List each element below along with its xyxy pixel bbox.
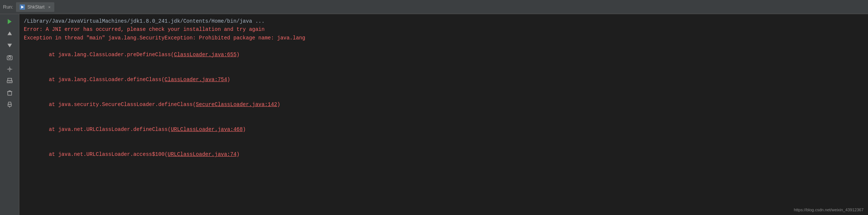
- stack-suffix: ): [277, 102, 280, 108]
- scroll-down-button[interactable]: [3, 40, 16, 51]
- svg-point-12: [11, 81, 12, 82]
- svg-rect-13: [7, 92, 12, 95]
- svg-marker-19: [8, 102, 11, 105]
- stack-link[interactable]: URLClassLoader.java:468: [171, 126, 243, 132]
- stack-link[interactable]: ClassLoader.java:754: [165, 77, 227, 83]
- tab-icon: [20, 4, 25, 10]
- svg-rect-8: [7, 78, 12, 81]
- console-line-stack2: at java.lang.ClassLoader.defineClass(Cla…: [24, 67, 864, 92]
- tab-title: ShkStart: [27, 4, 44, 10]
- stack-suffix: ): [236, 151, 239, 157]
- console-line-path: /Library/Java/JavaVirtualMachines/jdk1.8…: [24, 17, 864, 25]
- svg-marker-4: [7, 44, 12, 48]
- console-line-stack4: at java.net.URLClassLoader.defineClass(U…: [24, 117, 864, 142]
- watermark: https://blog.csdn.net/weixin_43912367: [794, 208, 864, 212]
- stack-prefix: at java.lang.ClassLoader.preDefineClass(: [42, 52, 174, 58]
- tab-bar: Run: ShkStart ×: [0, 0, 868, 14]
- stack-link[interactable]: SecureClassLoader.java:142: [196, 102, 277, 108]
- svg-rect-10: [8, 82, 11, 82]
- svg-point-7: [9, 68, 10, 70]
- toolbar: [0, 14, 19, 215]
- stack-link[interactable]: ClassLoader.java:655: [174, 52, 236, 58]
- delete-button[interactable]: [3, 88, 16, 98]
- scroll-up-button[interactable]: [3, 28, 16, 39]
- stack-suffix: ): [236, 52, 239, 58]
- stack-prefix: at java.net.URLClassLoader.access$100(: [42, 151, 167, 157]
- tab-close-button[interactable]: ×: [48, 5, 51, 9]
- console-line-stack5: at java.net.URLClassLoader.access$100(UR…: [24, 142, 864, 167]
- console-line-error2: Exception in thread "main" java.lang.Sec…: [24, 34, 864, 42]
- svg-marker-3: [7, 32, 12, 35]
- svg-rect-11: [8, 83, 11, 83]
- stack-prefix: at java.lang.ClassLoader.defineClass(: [42, 77, 165, 83]
- settings-button[interactable]: [3, 64, 16, 74]
- svg-rect-20: [8, 105, 11, 106]
- snapshot-button[interactable]: [3, 52, 16, 62]
- run-tab[interactable]: ShkStart ×: [16, 2, 54, 12]
- console-line-stack1: at java.lang.ClassLoader.preDefineClass(…: [24, 42, 864, 67]
- console-line-error1: Error: A JNI error has occurred, please …: [24, 25, 864, 33]
- console-output: /Library/Java/JavaVirtualMachines/jdk1.8…: [19, 14, 868, 215]
- console-line-stack3: at java.security.SecureClassLoader.defin…: [24, 92, 864, 117]
- svg-point-5: [9, 57, 11, 59]
- run-label: Run:: [3, 4, 13, 10]
- stack-suffix: ): [227, 77, 230, 83]
- stack-suffix: ): [243, 126, 246, 132]
- print-button[interactable]: [3, 76, 16, 86]
- stack-prefix: at java.net.URLClassLoader.defineClass(: [42, 126, 170, 132]
- pin-button[interactable]: [3, 100, 16, 110]
- main-area: /Library/Java/JavaVirtualMachines/jdk1.8…: [0, 14, 868, 215]
- stack-prefix: at java.security.SecureClassLoader.defin…: [42, 102, 196, 108]
- svg-marker-2: [7, 19, 12, 24]
- stack-link[interactable]: URLClassLoader.java:74: [167, 151, 236, 157]
- play-button[interactable]: [3, 16, 16, 27]
